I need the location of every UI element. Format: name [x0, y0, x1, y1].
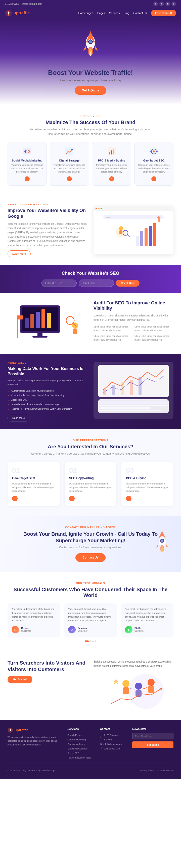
service-card-3-title: PPC & Media Buying [95, 159, 128, 162]
testi-info-1: Robert Customer [21, 627, 31, 632]
data-read-more-button[interactable]: Read More [7, 415, 29, 422]
cta-band-title: Boost Your Brand, Ignite Your Growth · C… [7, 531, 174, 544]
data-check-item-2: ✓ Customizable Own Logo, Your Colors, Yo… [7, 394, 88, 397]
dot-1[interactable] [85, 641, 89, 642]
nav-link-pages[interactable]: Pages [97, 11, 105, 14]
linkedin-icon[interactable]: in [165, 1, 170, 6]
cta-band: Contact Our Marketing Agent Boost Your B… [0, 516, 181, 572]
footer-email: ✉ info@domain.com [100, 742, 127, 746]
sn-arrow-3[interactable]: › [126, 496, 131, 501]
top-bar-right: f t in g [153, 1, 176, 6]
dot-4[interactable] [95, 641, 96, 642]
cta-band-button[interactable]: Contact Us [76, 553, 105, 562]
seo-email-input[interactable] [79, 280, 114, 287]
service-card-3-arrow[interactable]: › [109, 176, 114, 181]
service-card-1-title: Social Media Marketing [11, 159, 43, 162]
testi-text-2: Their approach to work was incredibly pr… [68, 607, 113, 623]
seo-improve-section: Ranked By Search Engines Improve Your We… [0, 196, 181, 265]
ppc-icon [107, 147, 117, 156]
seo-improve-cta[interactable]: Learn More [7, 250, 31, 257]
turn-cta-button[interactable]: Get Started [7, 676, 32, 683]
svg-rect-61 [100, 410, 161, 411]
turn-desc: Building a successful online presence re… [93, 659, 174, 668]
sn-number-1: 01 [12, 466, 55, 474]
sn-desc-2: Quis aute irure dolor in reprehenderit i… [69, 482, 112, 493]
testi-role-1: Customer [21, 630, 31, 632]
checkmark-icon-5: ✓ [7, 407, 10, 411]
check-seo-inner: Check Your Website's SEO Check Now [7, 271, 174, 287]
dot-3[interactable] [92, 641, 94, 642]
cta-band-subtitle: Contact us now for free consultation and… [7, 546, 174, 549]
footer-link-searching[interactable]: Searching Overload [67, 746, 95, 751]
service-card-1-arrow[interactable]: › [25, 176, 30, 181]
facebook-icon[interactable]: f [153, 1, 158, 6]
social-media-icon [22, 147, 32, 156]
logo[interactable]: uptraffic [5, 9, 30, 17]
data-check-item-1: ✓ Customizable Data From Multiple Source… [7, 390, 88, 393]
testimonial-card-1: Their deep understanding of the brand an… [7, 603, 60, 637]
footer-contact-title: Contact [100, 727, 127, 731]
testimonials-title: Successful Customers Who Have Conquered … [7, 587, 174, 598]
svg-rect-34 [149, 226, 152, 246]
footer-link-search-engine[interactable]: Search Engine [67, 733, 95, 737]
dot-2[interactable] [90, 641, 91, 642]
turn-searchers-section: Turn Searchers Into Visitors And Visitor… [0, 652, 181, 720]
seo-improve-left: Ranked By Search Engines Improve Your We… [7, 203, 88, 257]
hero-cta-button[interactable]: Get A Quote [75, 86, 106, 95]
newsletter-email-input[interactable] [132, 733, 174, 739]
svg-rect-38 [25, 318, 29, 328]
svg-point-68 [122, 680, 129, 687]
sn-arrow-2[interactable]: › [69, 496, 75, 501]
testi-info-2: Jessica Customer [78, 627, 88, 632]
svg-rect-33 [145, 228, 148, 246]
nav-cta-button[interactable]: Free Consult [151, 10, 176, 16]
data-right [93, 362, 174, 419]
footer-link-display[interactable]: Display Marketing [67, 742, 95, 746]
service-card-4-arrow[interactable]: › [151, 176, 156, 181]
services-num-subtitle: We offer a variety of marketing services… [28, 452, 153, 456]
testi-text-1: Their deep understanding of the brand an… [11, 607, 56, 623]
svg-point-64 [161, 539, 163, 542]
svg-rect-28 [119, 230, 122, 234]
nav-link-blog[interactable]: Blog [124, 11, 129, 14]
location-icon: 📍 [100, 746, 102, 751]
seo-url-input[interactable] [41, 280, 77, 287]
check-seo-button[interactable]: Check Now [116, 280, 140, 286]
footer-terms-link[interactable]: Terms of Service [157, 769, 174, 772]
nav-link-services[interactable]: Services [109, 11, 120, 14]
service-card-2-arrow[interactable]: › [67, 176, 72, 181]
footer-link-innovation[interactable]: Forum Innovation Tools [67, 755, 95, 760]
browser-close-dot [95, 208, 97, 209]
footer-link-forum-seo[interactable]: Forum SEO [67, 751, 95, 755]
testi-info-3: Stella Customer [134, 627, 144, 632]
google-icon[interactable]: g [172, 1, 176, 6]
hero-title: Boost Your Website Traffic! [48, 69, 133, 76]
navigation: uptraffic Homepages Pages Services Blog … [0, 7, 181, 19]
subscribe-button[interactable]: Subscribe [132, 741, 174, 748]
service-card-3-desc: Transform your online presence and take … [95, 163, 128, 174]
footer-link-content[interactable]: Content Marketing [67, 737, 95, 742]
svg-rect-40 [36, 312, 40, 328]
services-numbered-section: Our Representations Are You Interested I… [0, 429, 181, 516]
browser-max-dot [100, 208, 102, 209]
testi-name-1: Robert [21, 627, 31, 630]
data-left: Added Value Making Data Work For Your Bu… [7, 362, 88, 421]
turn-right: Building a successful online presence re… [93, 659, 174, 712]
rocket-container [81, 29, 100, 61]
audit-desc: Lorem ipsum dolor sit amet, consectetur … [93, 313, 174, 322]
browser-min-dot [98, 208, 99, 209]
svg-rect-31 [136, 236, 139, 246]
sn-card-2: 02 SEO Copywriting Quis aute irure dolor… [65, 462, 117, 506]
nav-link-contact[interactable]: Contact Us [133, 11, 147, 14]
data-desc: Nunc porta vive nunc vulputate ut. Mauri… [7, 379, 88, 386]
logo-text: uptraffic [13, 11, 30, 15]
sn-arrow-1[interactable]: › [12, 496, 18, 501]
twitter-icon[interactable]: t [159, 1, 164, 6]
social-icons: f t in g [153, 1, 176, 6]
check-seo-title: Check Your Website's SEO [7, 271, 174, 276]
audit-illustration [7, 300, 88, 346]
nav-link-homepages[interactable]: Homepages [79, 11, 93, 14]
service-card-2-title: Digital Strategy [53, 159, 86, 162]
svg-rect-41 [41, 309, 45, 328]
footer-privacy-link[interactable]: Privacy Policy [140, 769, 154, 772]
